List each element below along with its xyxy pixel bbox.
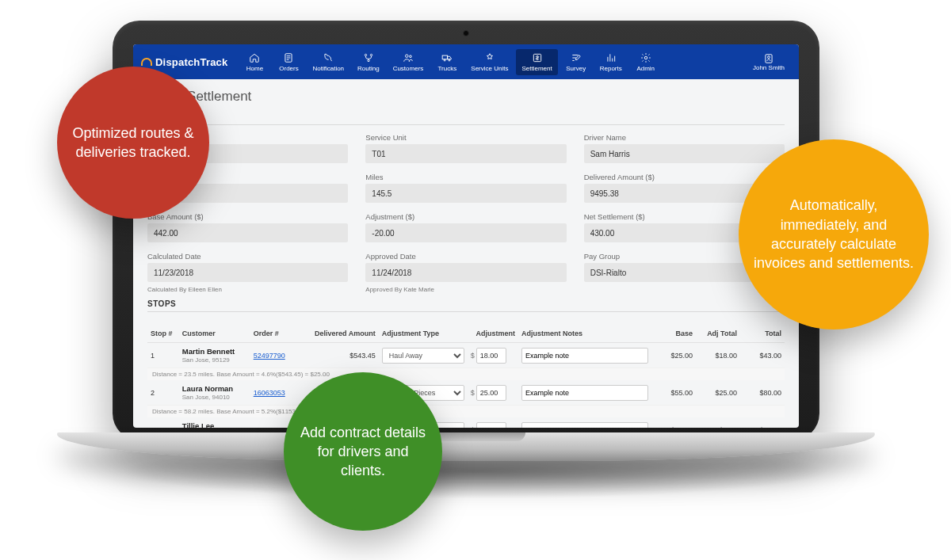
field-input-appr-date[interactable] xyxy=(365,263,566,282)
adjustment-notes-input[interactable] xyxy=(521,385,648,401)
stops-table-wrap: Stop #CustomerOrder #Delivered AmountAdj… xyxy=(147,320,785,428)
camera-dot xyxy=(463,30,469,36)
col-notes: Adjustment Notes xyxy=(518,325,651,343)
svg-point-4 xyxy=(405,54,408,57)
order-link[interactable]: 16063053 xyxy=(254,389,285,397)
svg-point-1 xyxy=(365,54,366,55)
brand-arc-icon xyxy=(141,58,152,66)
cell-adjtot: $25.00 xyxy=(696,380,740,406)
page-body: Driver Settlement DETAILS Route DateServ… xyxy=(133,79,799,428)
user-icon xyxy=(763,53,774,64)
nav-item-su[interactable]: Service Units xyxy=(465,49,514,75)
cell-notes xyxy=(518,380,651,406)
screen: DispatchTrack HomeOrdersNotificationRout… xyxy=(133,44,799,428)
page-title: Driver Settlement xyxy=(147,89,785,105)
details-grid: Route DateService UnitDriver NameStopsMi… xyxy=(147,133,785,293)
field-label: Adjustment ($) xyxy=(365,212,566,221)
nav-label: Customers xyxy=(393,65,424,72)
nav-label: Service Units xyxy=(471,65,508,72)
laptop-base xyxy=(57,432,875,461)
callout-orange: Automatically, immediately, and accurate… xyxy=(739,139,929,330)
order-link[interactable]: 76006815 xyxy=(254,426,285,429)
cell-base: $55.00 xyxy=(651,380,696,406)
nav-item-survey[interactable]: Survey xyxy=(560,49,592,75)
nav-label: Survey xyxy=(566,65,586,72)
field-calc-date: Calculated DateCalculated By Eileen Elle… xyxy=(147,252,348,293)
field-appr-date: Approved DateApproved By Kate Marie xyxy=(365,252,566,293)
field-input-service-unit[interactable] xyxy=(365,144,566,163)
adjustment-type-select[interactable]: Haul Away xyxy=(382,348,464,364)
field-label: Service Unit xyxy=(365,133,566,142)
svg-point-10 xyxy=(644,56,647,59)
adjustment-amount-input[interactable] xyxy=(476,422,506,429)
nav-label: Trucks xyxy=(437,65,456,72)
field-miles: Miles xyxy=(365,173,566,203)
nav-item-notif[interactable]: Notification xyxy=(307,49,349,75)
trucks-icon xyxy=(441,52,453,63)
nav-item-admin[interactable]: Admin xyxy=(630,49,662,75)
nav-label: Admin xyxy=(636,65,655,72)
cell-order: 16063053 xyxy=(250,380,304,406)
field-label: Base Amount ($) xyxy=(147,212,348,221)
nav-label: Notification xyxy=(312,65,344,72)
svg-point-8 xyxy=(449,59,450,60)
field-input-base-amount[interactable] xyxy=(147,223,348,242)
nav-item-customers[interactable]: Customers xyxy=(388,49,430,75)
col-base: Base xyxy=(651,325,696,343)
nav-label: Reports xyxy=(600,65,622,72)
field-label: Calculated Date xyxy=(147,252,348,261)
field-label: Approved Date xyxy=(365,252,566,261)
field-input-miles[interactable] xyxy=(365,184,566,203)
field-note: Calculated By Eileen Ellen xyxy=(147,286,348,293)
col-adjtot: Adj Total xyxy=(696,325,740,343)
nav-item-orders[interactable]: Orders xyxy=(273,49,304,75)
col-stop: Stop # xyxy=(147,325,179,343)
field-label: Miles xyxy=(365,173,566,181)
nav-item-home[interactable]: Home xyxy=(239,49,270,75)
field-input-calc-date[interactable] xyxy=(147,263,348,282)
cell-stop: 3 xyxy=(147,417,179,428)
svg-point-7 xyxy=(444,59,445,60)
adjustment-notes-input[interactable] xyxy=(521,422,648,429)
col-adjtype: Adjustment Type xyxy=(379,325,468,343)
table-row: 3Tillie LeeSan Jose, 9513376006815$543.4… xyxy=(147,417,785,428)
table-row: 1Martin BennettSan Jose, 9512952497790$5… xyxy=(147,343,785,368)
section-details-label: DETAILS xyxy=(147,112,785,125)
settlement-icon xyxy=(532,52,543,63)
field-service-unit: Service Unit xyxy=(365,133,566,163)
nav-item-trucks[interactable]: Trucks xyxy=(431,49,463,75)
cell-total: $80.00 xyxy=(740,380,785,406)
svg-rect-6 xyxy=(442,55,447,59)
col-customer: Customer xyxy=(179,325,250,343)
brand[interactable]: DispatchTrack xyxy=(141,56,227,68)
field-input-adjustment[interactable] xyxy=(365,223,566,242)
col-delivered: Delivered Amount xyxy=(304,325,379,343)
calc-row: Distance = 58.2 miles. Base Amount = 5.2… xyxy=(147,406,785,418)
routing-icon xyxy=(363,52,374,63)
cell-base: $26.00 xyxy=(651,417,696,428)
user-chip[interactable]: John Smith xyxy=(747,50,791,74)
nav-label: Settlement xyxy=(521,65,552,72)
nav-item-settlement[interactable]: Settlement xyxy=(516,49,557,75)
table-row: 2Laura NormanSan Jose, 9401016063053$115… xyxy=(147,380,785,406)
field-input-driver-name[interactable] xyxy=(584,144,785,163)
nav-item-routing[interactable]: Routing xyxy=(352,49,385,75)
svg-point-12 xyxy=(768,55,770,58)
callout-green: Add contract details for drivers and cli… xyxy=(284,372,442,531)
currency-symbol: $ xyxy=(471,352,475,360)
cell-notes xyxy=(518,417,651,428)
nav-item-reports[interactable]: Reports xyxy=(594,49,628,75)
adjustment-amount-input[interactable] xyxy=(476,385,506,401)
svg-point-3 xyxy=(368,59,369,61)
order-link[interactable]: 52497790 xyxy=(254,352,285,360)
callout-orange-text: Automatically, immediately, and accurate… xyxy=(739,196,929,272)
cell-stop: 1 xyxy=(147,343,179,368)
currency-symbol: $ xyxy=(471,389,475,397)
adjustment-amount-input[interactable] xyxy=(476,348,506,364)
adjustment-notes-input[interactable] xyxy=(521,348,648,364)
nav-label: Orders xyxy=(279,65,298,72)
col-order: Order # xyxy=(250,325,304,343)
stops-header-row: Stop #CustomerOrder #Delivered AmountAdj… xyxy=(147,325,785,343)
customers-icon xyxy=(403,52,414,63)
svg-point-2 xyxy=(370,54,372,55)
